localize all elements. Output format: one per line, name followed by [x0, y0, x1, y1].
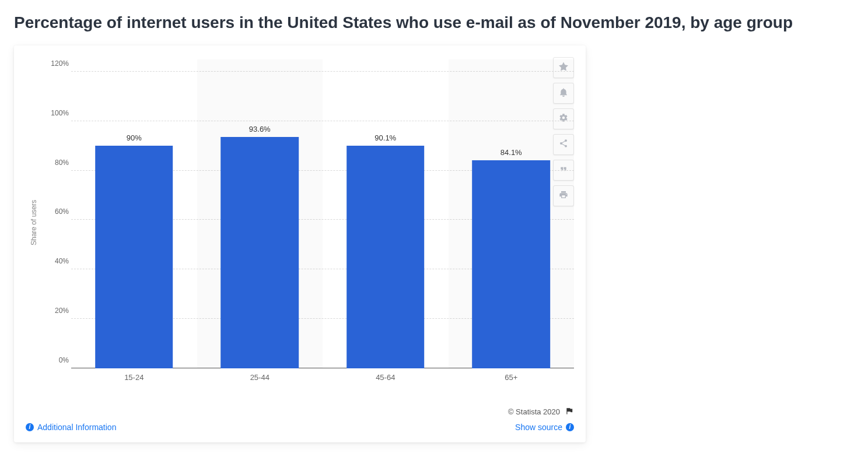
info-icon: i [26, 423, 34, 431]
bar[interactable] [95, 146, 173, 368]
chart-zone: Share of users 90%93.6%90.1%84.1% 0%20%4… [26, 59, 574, 386]
x-tick-label: 15-24 [71, 373, 197, 386]
additional-info-label: Additional Information [37, 423, 116, 432]
x-tick-label: 45-64 [323, 373, 449, 386]
y-axis-label: Share of users [30, 200, 38, 245]
chart-title: Percentage of internet users in the Unit… [14, 12, 854, 34]
bar-value-label: 93.6% [249, 125, 271, 133]
copyright-text: © Statista 2020 [508, 407, 574, 417]
x-tick-label: 65+ [449, 373, 575, 386]
x-axis: 15-2425-4445-6465+ [71, 373, 574, 386]
bar-slot: 90% [71, 59, 197, 368]
bar-slot: 84.1% [449, 59, 575, 368]
additional-info-link[interactable]: i Additional Information [26, 423, 116, 432]
bar[interactable] [346, 146, 425, 368]
show-source-link[interactable]: Show source i [515, 423, 574, 432]
flag-icon [565, 407, 574, 417]
x-tick-label: 25-44 [197, 373, 323, 386]
bar-slot: 90.1% [323, 59, 449, 368]
bar-slot: 93.6% [197, 59, 323, 368]
y-tick-label: 80% [42, 159, 69, 167]
chart-card: Share of users 90%93.6%90.1%84.1% 0%20%4… [14, 45, 586, 442]
card-footer: i Additional Information © Statista 2020… [26, 407, 574, 432]
y-tick-label: 0% [42, 356, 69, 364]
bar-value-label: 84.1% [501, 148, 522, 157]
bar[interactable] [220, 137, 299, 368]
plot-wrap: 90%93.6%90.1%84.1% 0%20%40%60%80%100%120… [42, 59, 574, 386]
ylabel-wrap: Share of users [26, 59, 42, 386]
plot-area: 90%93.6%90.1%84.1% 0%20%40%60%80%100%120… [42, 59, 574, 368]
copyright-label: © Statista 2020 [508, 407, 560, 416]
info-icon: i [566, 423, 574, 431]
show-source-label: Show source [515, 423, 562, 432]
y-tick-label: 100% [42, 109, 69, 117]
bar-value-label: 90.1% [374, 133, 396, 142]
y-tick-label: 120% [42, 59, 69, 68]
bars-container: 90%93.6%90.1%84.1% [71, 59, 574, 368]
y-tick-label: 40% [42, 257, 69, 265]
y-tick-label: 60% [42, 207, 69, 216]
y-tick-label: 20% [42, 307, 69, 315]
bar-value-label: 90% [127, 133, 142, 142]
bar[interactable] [472, 160, 550, 368]
